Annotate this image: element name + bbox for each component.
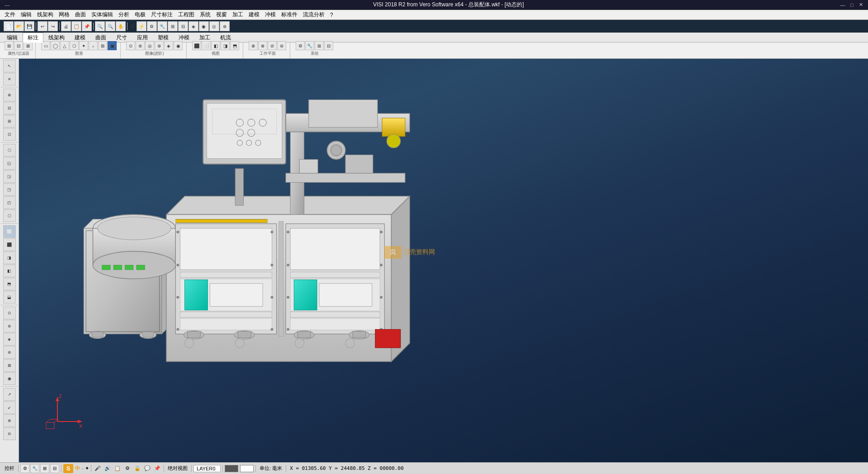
view-btn2[interactable]: ⬜ [202, 41, 211, 50]
zoom-in-btn[interactable]: 🔍 [95, 21, 105, 31]
tb-extra2[interactable]: ⚙ [147, 21, 157, 31]
img-btn2[interactable]: ⊚ [136, 41, 145, 50]
save-btn[interactable]: 💾 [24, 21, 34, 31]
menu-mesh[interactable]: 网格 [56, 10, 72, 19]
lt-extra1[interactable]: ↗ [3, 388, 16, 401]
open-btn[interactable]: 📂 [14, 21, 24, 31]
lt-snap2[interactable]: ⊚ [3, 320, 16, 332]
lt-disp1[interactable]: ⬜ [3, 225, 16, 238]
minimize-button[interactable]: — [839, 1, 846, 9]
lt-disp5[interactable]: ⬒ [3, 278, 16, 290]
layer-indicator[interactable]: LAYER0 [193, 465, 221, 472]
tb-extra7[interactable]: ◉ [199, 21, 209, 31]
shape-btn5[interactable]: ✦ [79, 41, 88, 50]
tb-extra3[interactable]: 🔧 [157, 21, 167, 31]
status-icon3[interactable]: ⊞ [40, 464, 49, 473]
menu-surface[interactable]: 曲面 [72, 10, 89, 19]
menu-wireframe[interactable]: 线架构 [34, 10, 56, 19]
lt-iso6[interactable]: ⬡ [3, 209, 16, 222]
undo-btn[interactable]: ↩ [38, 21, 47, 31]
shape-btn6[interactable]: ⬦ [89, 41, 98, 50]
menu-system[interactable]: 系统 [197, 10, 213, 19]
tb-extra8[interactable]: ◎ [209, 21, 219, 31]
lt-select[interactable]: ↖ [3, 60, 16, 72]
menu-standard[interactable]: 标准件 [278, 10, 300, 19]
view-btn1[interactable]: ⬛ [192, 41, 201, 50]
img-btn6[interactable]: ◉ [174, 41, 183, 50]
sys-btn2[interactable]: 🔧 [305, 41, 314, 50]
si2-6[interactable]: 💬 [143, 464, 152, 473]
status-icon2[interactable]: 🔧 [30, 464, 39, 473]
lt-view3[interactable]: ⊞ [3, 115, 16, 128]
wp-btn4[interactable]: ⊜ [277, 41, 286, 50]
menu-help[interactable]: ? [327, 11, 336, 19]
pan-btn[interactable]: ✋ [116, 21, 126, 31]
shape-btn3[interactable]: △ [60, 41, 69, 50]
viewport[interactable]: Z X 贝 贝壳资料网 [19, 59, 868, 462]
redo-btn[interactable]: ↪ [48, 21, 58, 31]
lt-view4[interactable]: ⊡ [3, 128, 16, 141]
si2-3[interactable]: 📋 [113, 464, 122, 473]
si2-5[interactable]: 🔒 [133, 464, 142, 473]
sys-btn1[interactable]: ⚙ [296, 41, 305, 50]
wp-btn2[interactable]: ⊗ [258, 41, 267, 50]
zoom-out-btn[interactable]: 🔍 [105, 21, 115, 31]
wp-btn3[interactable]: ⊘ [268, 41, 277, 50]
print-btn[interactable]: 🖨 [61, 21, 71, 31]
view-btn4[interactable]: ◨ [221, 41, 230, 50]
lt-iso2[interactable]: ◱ [3, 157, 16, 170]
si2-1[interactable]: 🎤 [93, 464, 102, 473]
minimize-btn[interactable]: — [4, 1, 11, 9]
shape-btn2[interactable]: ◯ [51, 41, 60, 50]
lt-snap3[interactable]: ◈ [3, 333, 16, 346]
lt-extra2[interactable]: ↙ [3, 401, 16, 414]
filter-btn1[interactable]: ⊞ [5, 41, 14, 50]
new-btn[interactable]: 📄 [4, 21, 14, 31]
filter-btn2[interactable]: ⊟ [14, 41, 23, 50]
menu-flow[interactable]: 流流分析 [300, 10, 327, 19]
menu-analysis[interactable]: 分析 [116, 10, 132, 19]
lt-point[interactable]: ✕ [3, 73, 16, 85]
lt-disp2[interactable]: ⬛ [3, 238, 16, 251]
paste-btn[interactable]: 📌 [82, 21, 92, 31]
lt-disp4[interactable]: ◧ [3, 265, 16, 277]
copy-btn[interactable]: 📋 [71, 21, 81, 31]
sys-btn4[interactable]: ⊟ [324, 41, 333, 50]
menu-machining[interactable]: 加工 [230, 10, 246, 19]
lt-snap1[interactable]: ⊙ [3, 307, 16, 319]
menu-drawing[interactable]: 工程图 [175, 10, 197, 19]
lt-extra3[interactable]: ⊕ [3, 414, 16, 427]
lt-disp3[interactable]: ◨ [3, 251, 16, 264]
lt-snap4[interactable]: ⊛ [3, 346, 16, 359]
img-btn4[interactable]: ⊛ [155, 41, 164, 50]
lt-snap6[interactable]: ◉ [3, 372, 16, 385]
color-indicator[interactable] [225, 465, 238, 472]
img-btn3[interactable]: ◎ [145, 41, 154, 50]
lt-disp6[interactable]: ⬓ [3, 291, 16, 303]
lt-view2[interactable]: ⊟ [3, 102, 16, 114]
menu-file[interactable]: 文件 [2, 10, 18, 19]
si2-7[interactable]: 📌 [153, 464, 162, 473]
menu-modeling[interactable]: 建模 [246, 10, 262, 19]
si2-4[interactable]: ⚙ [123, 464, 132, 473]
menu-electrode[interactable]: 电极 [132, 10, 148, 19]
tb-extra4[interactable]: ⊞ [168, 21, 178, 31]
menu-dimension[interactable]: 尺寸标注 [148, 10, 175, 19]
close-button[interactable]: ✕ [857, 1, 864, 9]
lt-iso5[interactable]: ◰ [3, 196, 16, 209]
color-box2[interactable] [240, 465, 254, 472]
view-btn3[interactable]: ◧ [211, 41, 220, 50]
lt-snap5[interactable]: ⊠ [3, 359, 16, 372]
lt-iso3[interactable]: ◲ [3, 170, 16, 183]
tab-annotation[interactable]: 标注 [23, 33, 43, 43]
lt-view1[interactable]: ⊕ [3, 89, 16, 101]
lt-iso4[interactable]: ◳ [3, 183, 16, 196]
shape-btn4[interactable]: ⬡ [70, 41, 79, 50]
lt-iso1[interactable]: ⬡ [3, 144, 16, 156]
tb-extra6[interactable]: ◈ [189, 21, 198, 31]
maximize-button[interactable]: □ [848, 1, 855, 9]
shape-btn7[interactable]: ⊞ [98, 41, 107, 50]
wp-btn1[interactable]: ⊕ [249, 41, 258, 50]
menu-edit[interactable]: 编辑 [18, 10, 34, 19]
lt-extra4[interactable]: ⊖ [3, 427, 16, 440]
